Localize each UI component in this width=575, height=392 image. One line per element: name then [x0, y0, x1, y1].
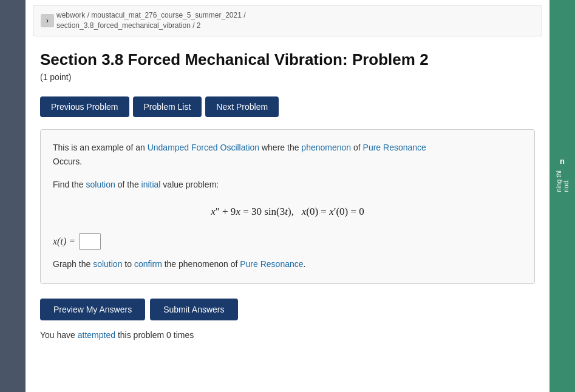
- find-label: Find the: [53, 180, 86, 189]
- attempt-attempted: attempted: [78, 330, 115, 340]
- right-panel-text: ning thiriod.: [555, 171, 570, 192]
- graph-confirm: confirm: [134, 259, 162, 269]
- next-problem-button[interactable]: Next Problem: [205, 96, 279, 117]
- graph-pure: Pure Resonance: [240, 259, 303, 269]
- breadcrumb-truncated: webwork / moustacul_mat_276_course_5_sum…: [56, 11, 246, 19]
- find-text: Find the solution of the initial value p…: [53, 178, 522, 191]
- problem-description: This is an example of an Undamped Forced…: [53, 141, 522, 168]
- graph-to: to: [122, 259, 134, 269]
- graph-the: the phenomenon of: [162, 259, 240, 269]
- answer-input[interactable]: [79, 233, 101, 250]
- graph-solution: solution: [93, 259, 122, 269]
- points-label: (1 point): [40, 72, 535, 82]
- action-buttons: Preview My Answers Submit Answers: [26, 296, 549, 330]
- breadcrumb-back-button[interactable]: ›: [41, 14, 54, 27]
- problem-list-button[interactable]: Problem List: [133, 96, 202, 117]
- left-sidebar: [0, 0, 26, 392]
- equation-lhs: x″ + 9x = 30 sin(3t), x(0) = x′(0) = 0: [211, 206, 364, 217]
- submit-answers-button[interactable]: Submit Answers: [150, 299, 237, 320]
- breadcrumb-path: section_3.8_forced_mechanical_vibration …: [56, 21, 200, 30]
- math-equation: x″ + 9x = 30 sin(3t), x(0) = x′(0) = 0: [53, 203, 522, 221]
- find-initial: initial: [141, 180, 161, 189]
- page-title: Section 3.8 Forced Mechanical Vibration:…: [40, 50, 535, 70]
- answer-area: x(t) =: [53, 233, 522, 250]
- graph-label: Graph the: [53, 259, 93, 269]
- main-content: › webwork / moustacul_mat_276_course_5_s…: [26, 0, 549, 392]
- find-of: of the: [115, 180, 141, 189]
- breadcrumb-text: webwork / moustacul_mat_276_course_5_sum…: [56, 10, 246, 31]
- description-where: where the: [259, 143, 301, 152]
- right-sidebar: n ning thiriod.: [549, 0, 575, 392]
- breadcrumb: › webwork / moustacul_mat_276_course_5_s…: [33, 5, 542, 36]
- nav-buttons: Previous Problem Problem List Next Probl…: [26, 96, 549, 129]
- description-phenomenon: phenomenon: [301, 143, 351, 152]
- answer-prefix: x(t) =: [53, 236, 75, 247]
- description-his: his is an example of an: [58, 143, 148, 152]
- description-pure: Pure Resonance: [363, 143, 426, 152]
- graph-period: .: [304, 259, 306, 269]
- description-occurs: Occurs.: [53, 157, 82, 166]
- problem-box: This is an example of an Undamped Forced…: [40, 129, 535, 283]
- previous-problem-button[interactable]: Previous Problem: [40, 96, 129, 117]
- preview-answers-button[interactable]: Preview My Answers: [40, 299, 145, 320]
- attempt-you: You have: [40, 330, 78, 340]
- description-undamped: Undamped Forced Oscillation: [148, 143, 259, 152]
- attempt-text: You have attempted this problem 0 times: [26, 330, 549, 340]
- find-value: value problem:: [160, 180, 219, 189]
- description-of: of: [351, 143, 362, 152]
- graph-text: Graph the solution to confirm the phenom…: [53, 257, 522, 271]
- find-solution: solution: [86, 180, 115, 189]
- right-panel-n: n: [560, 157, 565, 166]
- attempt-rest: this problem 0 times: [115, 330, 194, 340]
- description-t: T: [53, 143, 58, 152]
- title-area: Section 3.8 Forced Mechanical Vibration:…: [26, 36, 549, 97]
